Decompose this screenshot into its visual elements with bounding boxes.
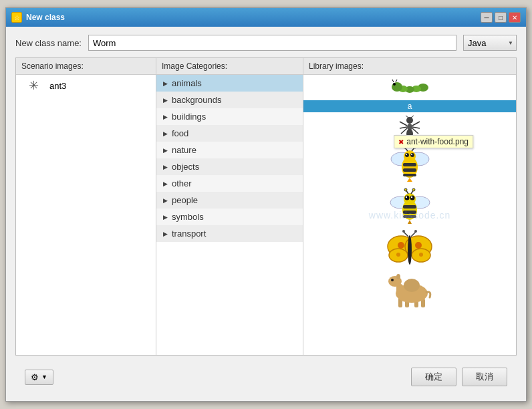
svg-point-26: [405, 153, 409, 157]
svg-point-45: [410, 196, 412, 198]
cat-label-objects: objects: [172, 162, 199, 172]
library-panel: Library images: www.kidscode.cn: [303, 58, 516, 355]
category-buildings[interactable]: ▶ buildings: [156, 108, 303, 125]
lib-item-bee2[interactable]: [303, 185, 516, 227]
maximize-button[interactable]: □: [495, 12, 507, 23]
library-header: Library images:: [303, 58, 516, 75]
category-nature[interactable]: ▶ nature: [156, 142, 303, 158]
lib-item-selected[interactable]: a ant-with-food.png: [303, 100, 516, 112]
titlebar-left: ☆ New class: [11, 12, 65, 23]
cat-label-food: food: [172, 128, 188, 138]
category-people[interactable]: ▶ people: [156, 192, 303, 209]
svg-point-56: [415, 242, 422, 249]
svg-point-59: [408, 235, 412, 265]
svg-line-12: [400, 127, 407, 128]
ok-button[interactable]: 确定: [411, 368, 456, 386]
ant3-icon: ✳: [23, 79, 44, 92]
caterpillar-svg: [390, 78, 430, 98]
category-objects[interactable]: ▶ objects: [156, 158, 303, 175]
titlebar-controls: ─ □ ✕: [481, 12, 521, 23]
svg-point-61: [402, 230, 405, 233]
svg-line-11: [400, 122, 407, 126]
svg-point-44: [405, 196, 406, 198]
butterfly-svg: [386, 230, 433, 267]
svg-point-72: [396, 274, 400, 279]
main-content: New class name: Java Python Stride Scena…: [6, 27, 526, 401]
svg-line-16: [412, 128, 418, 134]
cat-label-other: other: [172, 178, 192, 188]
ant3-label: ant3: [49, 81, 66, 91]
minimize-button[interactable]: ─: [481, 12, 493, 23]
svg-point-33: [414, 146, 416, 148]
svg-point-31: [403, 146, 406, 148]
svg-line-6: [392, 80, 394, 82]
selected-label: a: [408, 102, 412, 111]
svg-point-29: [411, 154, 412, 155]
category-symbols[interactable]: ▶ symbols: [156, 209, 303, 225]
language-select[interactable]: Java Python Stride: [463, 35, 517, 51]
cat-arrow-other: ▶: [163, 180, 168, 187]
bottom-bar: ⚙ ▼ 确定 取消: [15, 362, 517, 393]
svg-marker-34: [407, 178, 412, 182]
category-transport[interactable]: ▶ transport: [156, 225, 303, 242]
svg-point-57: [396, 253, 400, 257]
cat-arrow-objects: ▶: [163, 164, 168, 170]
gear-icon: ⚙: [31, 372, 39, 382]
svg-line-14: [412, 122, 420, 126]
camel-svg: [386, 272, 433, 309]
cat-label-animals: animals: [172, 78, 202, 88]
svg-line-17: [406, 116, 408, 118]
lib-item-caterpillar[interactable]: [303, 75, 516, 100]
gear-button[interactable]: ⚙ ▼: [25, 370, 53, 385]
language-select-wrapper: Java Python Stride: [463, 35, 517, 51]
svg-point-43: [410, 196, 414, 200]
scenario-body: ✳ ant3: [16, 75, 156, 355]
svg-point-25: [404, 150, 416, 162]
category-backgrounds[interactable]: ▶ backgrounds: [156, 92, 303, 108]
ant-svg: [393, 115, 426, 140]
lib-item-camel[interactable]: [303, 269, 516, 311]
lib-item-butterfly[interactable]: [303, 227, 516, 269]
cat-arrow-nature: ▶: [163, 147, 168, 154]
svg-marker-50: [408, 220, 412, 224]
svg-line-13: [401, 128, 407, 134]
svg-line-7: [396, 80, 397, 82]
svg-point-49: [412, 188, 415, 191]
svg-line-18: [411, 116, 414, 118]
categories-body: ▶ animals ▶ backgrounds ▶ buildings ▶ fo…: [156, 75, 303, 355]
svg-point-28: [406, 154, 407, 155]
cancel-button[interactable]: 取消: [462, 368, 507, 386]
svg-rect-38: [403, 205, 416, 209]
new-class-label: New class name:: [15, 38, 82, 48]
lib-item-bee1[interactable]: [303, 143, 516, 185]
svg-line-15: [412, 127, 420, 128]
close-button[interactable]: ✕: [509, 12, 521, 23]
svg-rect-40: [403, 215, 416, 218]
window-icon: ☆: [11, 12, 22, 23]
svg-point-69: [404, 279, 420, 292]
action-buttons: 确定 取消: [411, 368, 507, 386]
panels-container: Scenario images: ✳ ant3 Image Categories…: [15, 57, 517, 356]
svg-point-10: [406, 129, 413, 138]
bee2-svg: [388, 188, 432, 225]
svg-point-5: [393, 83, 396, 86]
svg-point-73: [391, 279, 394, 281]
scenario-item-ant3[interactable]: ✳ ant3: [16, 75, 156, 96]
cat-label-buildings: buildings: [172, 112, 206, 122]
cat-arrow-symbols: ▶: [163, 214, 168, 221]
window-title: New class: [26, 13, 65, 22]
titlebar: ☆ New class ─ □ ✕: [6, 8, 526, 27]
svg-point-55: [398, 242, 404, 249]
class-name-input[interactable]: [88, 35, 456, 51]
cat-arrow-buildings: ▶: [163, 114, 168, 120]
categories-panel: Image Categories: ▶ animals ▶ background…: [156, 58, 303, 355]
cat-arrow-animals: ▶: [163, 80, 168, 87]
lib-item-ant[interactable]: [303, 112, 516, 143]
category-food[interactable]: ▶ food: [156, 125, 303, 142]
cat-label-transport: transport: [172, 229, 206, 239]
cat-label-symbols: symbols: [172, 212, 204, 222]
category-other[interactable]: ▶ other: [156, 175, 303, 192]
category-animals[interactable]: ▶ animals: [156, 75, 303, 92]
cat-arrow-backgrounds: ▶: [163, 97, 168, 104]
cat-arrow-people: ▶: [163, 197, 168, 204]
